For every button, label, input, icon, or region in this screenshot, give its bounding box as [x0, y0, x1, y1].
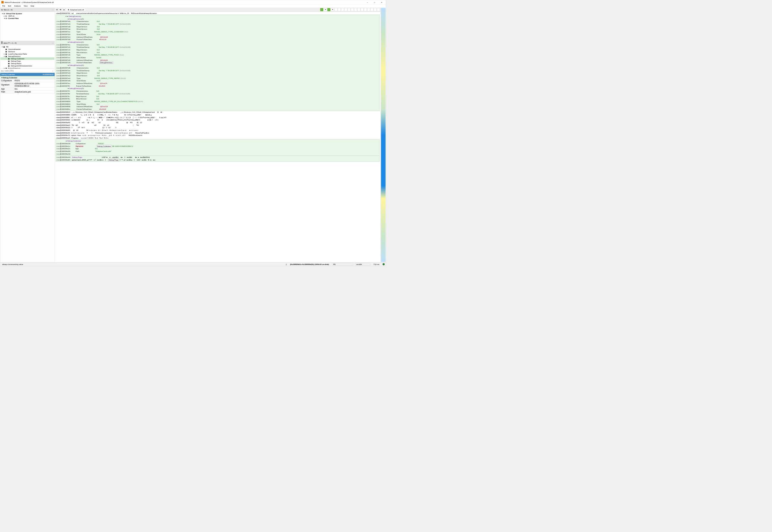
app-icon — [1, 1, 4, 3]
data-tree-item[interactable]: ▾▣DebugDirectory — [1, 55, 55, 58]
tool-14[interactable] — [377, 8, 380, 11]
nav-fwd-button[interactable]: → — [327, 8, 330, 11]
tree-item-label: OptionalHeader — [8, 48, 21, 50]
tool-1[interactable] — [334, 8, 337, 11]
tab-doc-icon[interactable]: 🗎 — [63, 8, 66, 11]
tool-3[interactable] — [341, 8, 344, 11]
center-panel: ▥ ▤ 🗎 🗎 AdaptiveCards.dll ← ▾ → ▾ — [55, 8, 381, 263]
nav-back-dropdown[interactable]: ▾ — [324, 8, 327, 11]
struct-icon: ▣ — [5, 53, 8, 55]
struct-icon: ▣ — [8, 58, 10, 60]
file-icon: 🗎 — [68, 9, 69, 11]
files-panel-header[interactable]: 🗀 files (1 + 0) — — [0, 8, 55, 12]
files-tree-item[interactable]: ▾🗀Virtual File System — [1, 12, 55, 15]
property-value[interactable]: AdaptiveCards.pdb — [14, 90, 55, 93]
status-arch[interactable]: amd64 — [355, 263, 370, 265]
tree-item-label: Sections — [8, 50, 15, 53]
link-box[interactable]: Debug.Pogo — [108, 159, 119, 161]
maximize-button[interactable]: ☐ — [371, 0, 377, 4]
link-box[interactable]: Debug.Codeview — [96, 145, 112, 147]
data-tree-item[interactable]: ▸▣LoadConfigurationTable — [1, 53, 55, 55]
minimap[interactable] — [381, 8, 386, 262]
property-value[interactable]: RSDS — [14, 79, 55, 82]
data-panel-header[interactable]: ≣ data (77 + 1 + 0) — — [0, 41, 55, 45]
tool-10[interactable] — [364, 8, 367, 11]
struct-icon: ▣ — [8, 65, 10, 67]
window-title: Malcat Professional - c:\Windows\System3… — [5, 1, 365, 3]
status-cursor-icon: ▯ — [286, 263, 287, 265]
expand-icon[interactable]: ▸ — [3, 15, 5, 17]
expand-icon[interactable]: ▾ — [1, 46, 3, 48]
folder-icon: 🗀 — [3, 12, 6, 15]
data-tree: ▾▣PE▣OptionalHeader▣Sections▸▣LoadConfig… — [0, 45, 55, 69]
data-tree-item[interactable]: ▣OptionalHeader — [1, 48, 55, 50]
data-tree-item[interactable]: ▣Debug.Pogo — [1, 60, 55, 62]
expand-icon[interactable]: ▾ — [1, 12, 3, 15]
tab-active[interactable]: 🗎 AdaptiveCards.dll — [66, 8, 86, 11]
menu-file[interactable]: File — [1, 4, 7, 7]
tool-4[interactable] — [344, 8, 347, 11]
tool-5[interactable] — [347, 8, 350, 11]
tool-12[interactable] — [370, 8, 373, 11]
status-format[interactable]: PE — [332, 263, 353, 265]
struct-icon: ▣ — [5, 48, 8, 50]
menu-view[interactable]: View — [23, 4, 29, 7]
files-tree-item[interactable]: ▾🗀Carved Files — [1, 17, 55, 20]
nav-back-button[interactable]: ← — [320, 8, 323, 11]
property-key: CvSignature — [0, 79, 14, 82]
tool-8[interactable] — [357, 8, 360, 11]
toolbar-icons — [334, 8, 380, 11]
tool-6[interactable] — [351, 8, 354, 11]
code-input-row: f(x) ＋ — [0, 69, 55, 73]
data-icon: ≣ — [1, 42, 3, 44]
files-icon: 🗀 — [1, 9, 3, 11]
close-button[interactable]: ✕ — [379, 0, 384, 4]
property-value[interactable]: 63593E0B-A570-9E5B-16E6-DD6EB322BEC2 — [14, 82, 55, 88]
detail-section-addr: 0x180009d18 — [43, 74, 53, 76]
tool-11[interactable] — [367, 8, 370, 11]
tab-new-icon[interactable]: ▥ — [55, 8, 58, 11]
property-row: CvSignatureRSDS — [0, 79, 55, 82]
tool-13[interactable] — [374, 8, 376, 11]
hex-view[interactable]: .rdata‖180009730: wil onecore\internal\s… — [55, 12, 381, 263]
expand-icon[interactable]: ▾ — [3, 55, 5, 57]
minimize-button[interactable]: — — [364, 0, 370, 4]
data-tree-item[interactable]: ▣Debug.Codeview — [1, 58, 55, 60]
add-icon[interactable]: ＋ — [52, 69, 54, 72]
property-row: PathAdaptiveCards.pdb — [0, 90, 55, 93]
tool-9[interactable] — [360, 8, 363, 11]
expand-icon[interactable]: ▸ — [3, 53, 5, 55]
detail-section-name: Debug.Codeview — [1, 74, 15, 76]
files-panel-title: files (1 + 0) — [4, 9, 13, 11]
tab-list-icon[interactable]: ▤ — [59, 8, 62, 11]
tool-2[interactable] — [338, 8, 341, 11]
nav-fwd-dropdown[interactable]: ▾ — [331, 8, 334, 11]
files-tree-item[interactable]: ▸🗀VER (1) — [1, 15, 55, 17]
minimap-panel — [380, 8, 386, 263]
menu-edit[interactable]: Edit — [7, 4, 12, 7]
status-ok-icon — [382, 263, 384, 265]
data-tree-item[interactable]: ▣Debug.Repro — [1, 62, 55, 65]
data-tree-item[interactable]: ▾▣PE — [1, 46, 55, 48]
property-key: Age — [0, 87, 14, 90]
property-row: Age0x1 — [0, 87, 55, 90]
data-tree-item[interactable]: ▣Sections — [1, 50, 55, 53]
tree-item-label: DebugDirectory — [8, 55, 21, 57]
tree-item-label: LoadConfigurationTable — [8, 53, 27, 55]
expand-icon[interactable]: ▾ — [3, 17, 5, 19]
tree-item-label: Debug.Repro — [11, 62, 22, 64]
link-box[interactable]: DebugDirectory — [99, 61, 113, 64]
status-range: [0x180009d1c-0x180009d2b] (16/0x10 on-di… — [289, 263, 330, 265]
data-tree-item[interactable]: ▣Debug.ExDllcharacteristics — [1, 65, 55, 67]
data-panel-title: data (77 + 1 + 0) — [4, 42, 17, 44]
property-value[interactable]: 0x1 — [14, 87, 55, 90]
menu-help[interactable]: Help — [29, 4, 35, 7]
detail-section-header: Debug.Codeview 0x180009d18 — [0, 73, 55, 76]
tree-item-label: Virtual File System — [6, 12, 22, 15]
collapse-icon[interactable]: — — [52, 42, 54, 44]
code-input[interactable] — [4, 70, 51, 72]
tool-7[interactable] — [354, 8, 357, 11]
collapse-icon[interactable]: — — [52, 9, 54, 11]
menu-analysis[interactable]: Analysis — [13, 4, 22, 7]
tree-item-label: PE — [6, 46, 9, 48]
